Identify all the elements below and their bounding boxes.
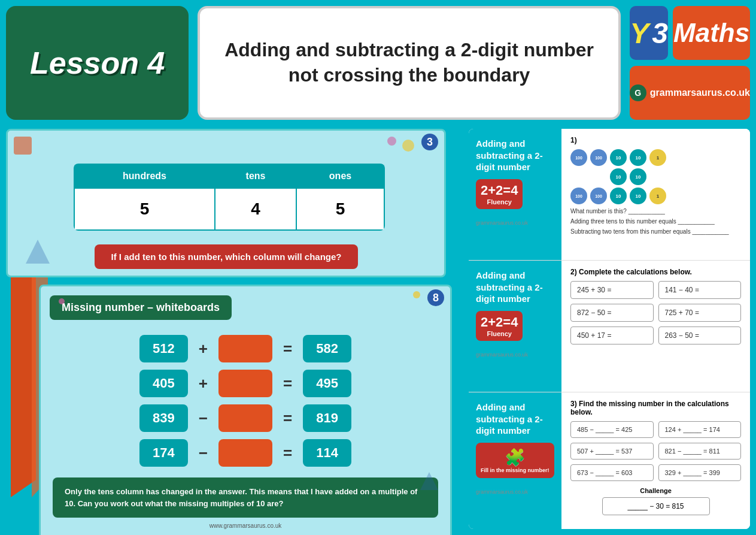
ws-footer-2: grammarsaurus.co.uk bbox=[476, 352, 528, 358]
eq2-blank bbox=[218, 370, 272, 397]
eq1-op: + bbox=[199, 340, 208, 358]
col-header-ones: ones bbox=[296, 164, 384, 188]
missing-4: 821 − _____ = 811 bbox=[658, 443, 742, 460]
slide-2: 8 Missing number – whiteboards 512 + = 5… bbox=[39, 285, 452, 535]
missing-5: 673 − _____ = 603 bbox=[570, 464, 654, 481]
circle-100-4: 100 bbox=[590, 188, 607, 204]
grammar-logo-icon: G bbox=[630, 84, 646, 101]
challenge-label: Challenge bbox=[570, 487, 741, 494]
worksheet-section-1: Adding and subtracting a 2-digit number … bbox=[469, 129, 750, 261]
circle-10-4: 10 bbox=[630, 168, 646, 185]
year-badge: Y 3 bbox=[630, 6, 668, 60]
header-right: Y 3 Maths G grammarsaurus.co.uk bbox=[630, 6, 750, 120]
ws-title-3: Adding and subtracting a 2-digit number bbox=[476, 401, 554, 437]
slide-1-question: If I add ten to this number, which colum… bbox=[95, 244, 358, 269]
q3-num: 3) Find the missing number in the calcul… bbox=[570, 400, 741, 416]
lesson-box: Lesson 4 bbox=[6, 6, 189, 120]
slide-2-number: 8 bbox=[427, 289, 444, 306]
slide-2-title-bar: Missing number – whiteboards bbox=[50, 295, 232, 320]
missing-1: 485 − _____ = 425 bbox=[570, 421, 654, 438]
eq3-blank bbox=[218, 404, 272, 432]
place-value-table-container: hundreds tens ones 5 4 5 bbox=[74, 164, 385, 231]
puzzle-icon: 🧩 bbox=[481, 448, 549, 467]
eq4-a: 174 bbox=[139, 439, 188, 467]
ws-right-3: 3) Find the missing number in the calcul… bbox=[561, 392, 750, 529]
equation-row-1: 512 + = 582 bbox=[62, 335, 429, 362]
worksheet-section-3: Adding and subtracting a 2-digit number … bbox=[469, 392, 750, 529]
q2-num: 2) Complete the calculations below. bbox=[570, 268, 741, 276]
circle-10-5: 10 bbox=[610, 188, 627, 204]
calc-2: 141 − 40 = bbox=[658, 281, 742, 299]
subject-label: Maths bbox=[673, 18, 749, 48]
fluency-text-1: Fluency bbox=[481, 198, 518, 205]
eq1-a: 512 bbox=[139, 335, 188, 362]
val-ones: 5 bbox=[296, 188, 384, 230]
ws-footer-1: grammarsaurus.co.uk bbox=[476, 220, 528, 226]
ws-left-1: Adding and subtracting a 2-digit number … bbox=[469, 129, 561, 260]
place-value-table: hundreds tens ones 5 4 5 bbox=[74, 164, 385, 231]
eq3-op: − bbox=[199, 409, 208, 428]
q1-line-2: Adding three tens to this number equals … bbox=[570, 218, 741, 225]
circle-10-1: 10 bbox=[610, 149, 627, 166]
ws-title-1: Adding and subtracting a 2-digit number bbox=[476, 138, 554, 173]
lesson-label: Lesson 4 bbox=[30, 45, 165, 81]
slide-2-title: Missing number – whiteboards bbox=[62, 301, 220, 313]
puzzle-badge: 🧩 Fill in the missing number! bbox=[476, 443, 554, 478]
slide-1: 3 hundreds tens ones bbox=[6, 129, 446, 277]
fluency-badge-2: 2+2=4 Fluency bbox=[476, 311, 523, 341]
q1-line-3: Subtracting two tens from this number eq… bbox=[570, 228, 741, 235]
main-content: 3 hundreds tens ones bbox=[6, 129, 750, 529]
slides-area: 3 hundreds tens ones bbox=[6, 129, 463, 529]
equations-container: 512 + = 582 405 + = 495 839 − = bbox=[50, 335, 441, 467]
circles-row-3: 100 100 10 10 1 bbox=[570, 188, 741, 204]
ws-title-2: Adding and subtracting a 2-digit number bbox=[476, 270, 554, 305]
fluency-badge-1: 2+2=4 Fluency bbox=[476, 179, 523, 209]
circles-row-1: 100 100 10 10 1 bbox=[570, 149, 741, 166]
calc-1: 245 + 30 = bbox=[570, 281, 654, 299]
eq2-equals: = bbox=[283, 374, 292, 393]
circle-1-1: 1 bbox=[649, 149, 666, 166]
col-header-tens: tens bbox=[215, 164, 296, 188]
missing-grid: 485 − _____ = 425 124 + _____ = 174 507 … bbox=[570, 421, 741, 481]
eq4-blank bbox=[218, 439, 272, 467]
circle-100-1: 100 bbox=[570, 149, 587, 166]
val-tens: 4 bbox=[215, 188, 296, 230]
calc-6: 263 − 50 = bbox=[658, 327, 742, 344]
worksheet-section-2: Adding and subtracting a 2-digit number … bbox=[469, 261, 750, 392]
circle-100-3: 100 bbox=[570, 188, 587, 204]
circle-10-3: 10 bbox=[610, 168, 627, 185]
eq3-result: 819 bbox=[303, 404, 351, 432]
eq4-result: 114 bbox=[303, 439, 351, 467]
calc-5: 450 + 17 = bbox=[570, 327, 654, 344]
eq4-equals: = bbox=[283, 444, 292, 463]
missing-6: 329 + _____ = 399 bbox=[658, 464, 742, 481]
val-hundreds: 5 bbox=[74, 188, 215, 230]
ws-right-2: 2) Complete the calculations below. 245 … bbox=[561, 261, 750, 392]
eq1-result: 582 bbox=[303, 335, 351, 362]
slide-2-hint: Only the tens column has changed in the … bbox=[53, 477, 438, 518]
ws-left-2: Adding and subtracting a 2-digit number … bbox=[469, 261, 561, 392]
q1-line-1: What number is this? ___________ bbox=[570, 208, 741, 214]
eq2-op: + bbox=[199, 374, 208, 393]
eq3-equals: = bbox=[283, 409, 292, 428]
eq1-blank bbox=[218, 335, 272, 362]
calc-4: 725 + 70 = bbox=[658, 304, 742, 322]
grammarsaurus-badge: G grammarsaurus.co.uk bbox=[630, 66, 750, 120]
slide-2-footer: www.grammarsaurus.co.uk bbox=[50, 522, 441, 529]
circles-row-2: 10 10 bbox=[610, 168, 741, 185]
circle-10-2: 10 bbox=[630, 149, 646, 166]
worksheet: Adding and subtracting a 2-digit number … bbox=[469, 129, 750, 529]
challenge-box: _____ − 30 = 815 bbox=[602, 497, 710, 515]
circle-1-2: 1 bbox=[649, 188, 666, 204]
equation-row-2: 405 + = 495 bbox=[62, 370, 429, 397]
maths-badge: Maths bbox=[673, 6, 750, 60]
missing-2: 124 + _____ = 174 bbox=[658, 421, 742, 438]
eq1-equals: = bbox=[283, 340, 292, 358]
page-title: Adding and subtracting a 2-digit number … bbox=[218, 38, 600, 87]
fluency-text-2: Fluency bbox=[481, 330, 518, 337]
eq3-a: 839 bbox=[139, 404, 188, 432]
ws-footer-3: grammarsaurus.co.uk bbox=[476, 489, 528, 495]
eq2-a: 405 bbox=[139, 370, 188, 397]
challenge-section: Challenge _____ − 30 = 815 bbox=[570, 487, 741, 515]
circle-10-6: 10 bbox=[630, 188, 646, 204]
